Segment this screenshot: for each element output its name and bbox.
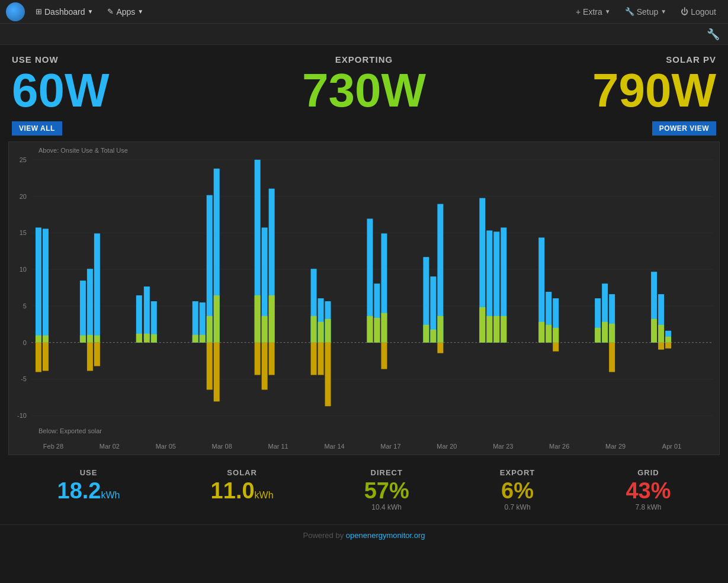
svg-text:10: 10 [20,266,27,273]
svg-rect-95 [595,328,601,343]
stat-grid-sub: 7.8 kWh [626,503,671,511]
svg-rect-57 [311,316,317,343]
svg-rect-21 [43,343,49,371]
svg-text:Mar 05: Mar 05 [156,443,176,450]
chart-above-label: Above: Onsite Use & Total Use [39,147,128,154]
energy-chart: Above: Onsite Use & Total Use Below: Exp… [8,141,720,455]
exporting-label: EXPORTING [246,54,481,65]
svg-rect-97 [602,322,608,343]
stat-grid: GRID 43% 7.8 kWh [626,468,671,511]
svg-rect-51 [262,316,268,343]
svg-rect-55 [269,343,275,375]
solar-block: SOLAR PV 790W [482,54,716,114]
svg-rect-33 [144,286,150,340]
hero-stats: USE NOW 60W EXPORTING 730W SOLAR PV 790W [0,45,728,118]
footer-link[interactable]: openenergymonitor.org [346,531,425,540]
svg-rect-49 [255,343,261,375]
svg-rect-40 [200,335,206,343]
svg-rect-30 [94,343,100,366]
svg-rect-29 [94,336,100,343]
nav-extra[interactable]: + Extra ▼ [570,5,617,19]
svg-rect-18 [36,343,41,372]
svg-rect-102 [651,319,657,343]
svg-text:Feb 28: Feb 28 [43,443,63,450]
stat-direct: DIRECT 57% 10.4 kWh [364,468,409,511]
svg-text:Mar 20: Mar 20 [437,443,457,450]
svg-rect-45 [214,295,220,343]
exporting-block: EXPORTING 730W [246,54,481,114]
svg-text:Mar 11: Mar 11 [268,443,288,450]
stat-export-value: 6% [500,479,535,502]
stat-direct-label: DIRECT [364,468,409,477]
chart-below-label: Below: Exported solar [39,427,102,434]
svg-rect-90 [546,325,551,343]
svg-rect-42 [207,316,213,343]
stat-use-label: USE [57,468,120,477]
svg-rect-93 [553,343,559,352]
nav-apps-label: Apps [116,7,135,17]
svg-text:Mar 08: Mar 08 [212,443,232,450]
stat-use: USE 18.2kWh [57,468,120,511]
solar-label: SOLAR PV [482,54,716,65]
power-view-button[interactable]: POWER VIEW [652,121,716,136]
nav-dashboard[interactable]: ⊞ Dashboard ▼ [30,5,99,19]
view-all-button[interactable]: VIEW ALL [12,121,62,136]
svg-rect-46 [214,343,220,402]
stat-grid-label: GRID [626,468,671,477]
stat-direct-sub: 10.4 kWh [364,503,409,511]
stat-grid-value: 43% [626,479,671,502]
svg-rect-48 [255,295,261,343]
svg-rect-78 [437,343,443,353]
nav-logout-label: Logout [691,7,716,17]
nav-setup[interactable]: 🔧 Setup ▼ [619,5,673,19]
stat-direct-value: 57% [364,479,409,502]
toolbar: 🔧 [0,24,728,45]
svg-rect-75 [430,330,436,343]
svg-rect-34 [144,334,150,343]
svg-text:Apr 01: Apr 01 [662,443,681,450]
svg-rect-54 [269,295,275,343]
svg-rect-36 [151,334,157,343]
svg-rect-68 [374,318,380,343]
svg-text:Mar 23: Mar 23 [493,443,513,450]
svg-rect-64 [325,343,331,407]
svg-text:Mar 26: Mar 26 [549,443,569,450]
svg-rect-17 [36,336,41,343]
svg-rect-80 [479,307,485,343]
svg-rect-28 [94,233,100,336]
button-row: VIEW ALL POWER VIEW [0,118,728,141]
solar-value: 790W [482,67,716,114]
use-now-block: USE NOW 60W [12,54,246,114]
svg-rect-82 [486,316,492,343]
svg-rect-77 [437,316,443,343]
svg-text:15: 15 [20,229,27,236]
svg-rect-16 [36,227,41,342]
svg-rect-99 [609,324,615,343]
nav-dashboard-caret: ▼ [88,8,94,15]
settings-wrench-icon[interactable]: 🔧 [707,28,720,41]
site-logo [6,2,25,21]
svg-text:Mar 29: Mar 29 [605,443,626,450]
exporting-value: 730W [246,67,481,114]
svg-rect-100 [609,343,615,372]
svg-rect-25 [87,269,93,343]
svg-rect-27 [87,343,93,371]
nav-apps[interactable]: ✎ Apps ▼ [101,5,149,19]
svg-rect-19 [43,228,49,342]
nav-logout[interactable]: ⏻ Logout [675,5,722,19]
svg-rect-22 [80,281,86,343]
svg-rect-70 [381,313,387,343]
svg-rect-105 [658,343,664,350]
footer: Powered by openenergymonitor.org [0,524,728,546]
svg-text:0: 0 [23,339,27,346]
svg-rect-20 [43,336,49,343]
svg-rect-26 [87,335,93,343]
nav-extra-caret: ▼ [605,8,611,15]
svg-text:Mar 17: Mar 17 [380,443,400,450]
bottom-stats: USE 18.2kWh SOLAR 11.0kWh DIRECT 57% 10.… [0,455,728,522]
svg-rect-84 [493,316,499,343]
svg-rect-52 [262,343,268,390]
svg-rect-60 [318,322,324,343]
svg-rect-23 [80,336,86,343]
svg-text:-5: -5 [21,375,27,382]
